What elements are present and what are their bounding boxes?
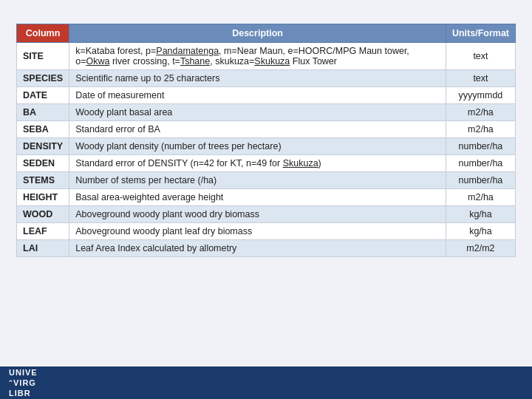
table-row: DATEDate of measurementyyyymmdd xyxy=(17,87,516,104)
table-wrapper: Column Description Units/Format SITEk=Ka… xyxy=(16,24,516,392)
table-cell-description: Aboveground woody plant leaf dry biomass xyxy=(69,223,446,240)
table-cell-column: LAI xyxy=(17,240,69,257)
table-cell-column: SEBA xyxy=(17,121,69,138)
table-cell-description: Leaf Area Index calculated by allometry xyxy=(69,240,446,257)
table-cell-description: k=Kataba forest, p=Pandamatenga, m=Near … xyxy=(69,43,446,70)
table-cell-description: Woody plant basal area xyxy=(69,104,446,121)
column-header-desc: Description xyxy=(69,24,446,43)
table-cell-column: HEIGHT xyxy=(17,189,69,206)
table-row: SEDENStandard error of DENSITY (n=42 for… xyxy=(17,155,516,172)
column-header-units: Units/Format xyxy=(446,24,515,43)
table-cell-description: Date of measurement xyxy=(69,87,446,104)
table-cell-units: number/ha xyxy=(446,138,515,155)
table-cell-description: Basal area-weighted average height xyxy=(69,189,446,206)
table-cell-column: LEAF xyxy=(17,223,69,240)
table-cell-column: DENSITY xyxy=(17,138,69,155)
table-body: SITEk=Kataba forest, p=Pandamatenga, m=N… xyxy=(17,43,516,257)
table-row: DENSITYWoody plant density (number of tr… xyxy=(17,138,516,155)
table-row: LAILeaf Area Index calculated by allomet… xyxy=(17,240,516,257)
table-cell-units: yyyymmdd xyxy=(446,87,515,104)
table-cell-column: STEMS xyxy=(17,172,69,189)
table-row: LEAFAboveground woody plant leaf dry bio… xyxy=(17,223,516,240)
table-header-row: Column Description Units/Format xyxy=(17,24,516,43)
table-row: SEBAStandard error of BAm2/ha xyxy=(17,121,516,138)
table-cell-description: Standard error of BA xyxy=(69,121,446,138)
page-container: Column Description Units/Format SITEk=Ka… xyxy=(0,0,532,399)
table-cell-units: text xyxy=(446,43,515,70)
table-cell-column: SITE xyxy=(17,43,69,70)
data-dictionary-table: Column Description Units/Format SITEk=Ka… xyxy=(16,24,516,257)
footer-bar: UNIVEᵔVIRGLIBR xyxy=(0,366,532,399)
table-cell-column: SPECIES xyxy=(17,70,69,87)
table-cell-units: number/ha xyxy=(446,155,515,172)
table-cell-units: m2/ha xyxy=(446,121,515,138)
table-cell-description: Standard error of DENSITY (n=42 for KT, … xyxy=(69,155,446,172)
table-row: STEMSNumber of stems per hectare (/ha)nu… xyxy=(17,172,516,189)
column-header-col: Column xyxy=(17,24,69,43)
table-cell-column: DATE xyxy=(17,87,69,104)
table-cell-units: kg/ha xyxy=(446,223,515,240)
table-cell-description: Number of stems per hectare (/ha) xyxy=(69,172,446,189)
table-cell-column: BA xyxy=(17,104,69,121)
table-cell-description: Aboveground woody plant wood dry biomass xyxy=(69,206,446,223)
table-row: WOODAboveground woody plant wood dry bio… xyxy=(17,206,516,223)
table-cell-units: text xyxy=(446,70,515,87)
table-cell-units: kg/ha xyxy=(446,206,515,223)
table-cell-units: number/ha xyxy=(446,172,515,189)
table-row: SITEk=Kataba forest, p=Pandamatenga, m=N… xyxy=(17,43,516,70)
table-cell-column: SEDEN xyxy=(17,155,69,172)
table-cell-column: WOOD xyxy=(17,206,69,223)
table-cell-description: Scientific name up to 25 characters xyxy=(69,70,446,87)
table-row: SPECIESScientific name up to 25 characte… xyxy=(17,70,516,87)
table-cell-description: Woody plant density (number of trees per… xyxy=(69,138,446,155)
table-cell-units: m2/ha xyxy=(446,104,515,121)
footer-logo-line1: UNIVEᵔVIRGLIBR xyxy=(9,367,38,399)
footer-logo: UNIVEᵔVIRGLIBR xyxy=(9,367,38,399)
table-cell-units: m2/m2 xyxy=(446,240,515,257)
table-row: BAWoody plant basal aream2/ha xyxy=(17,104,516,121)
table-cell-units: m2/ha xyxy=(446,189,515,206)
table-row: HEIGHTBasal area-weighted average height… xyxy=(17,189,516,206)
